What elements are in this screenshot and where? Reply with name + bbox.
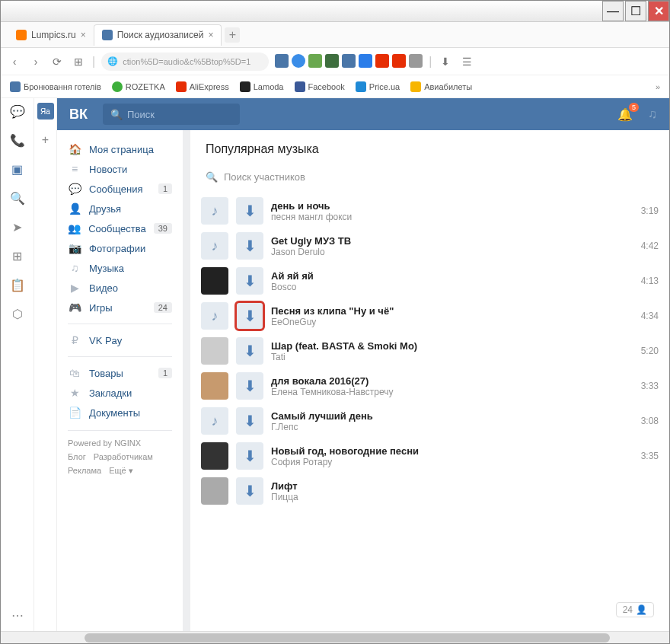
ext-icon[interactable] xyxy=(359,54,372,68)
participant-search[interactable]: 🔍 Поиск участников xyxy=(201,167,659,187)
browser-tab[interactable]: Lumpics.ru × xyxy=(8,24,94,46)
ext-icon[interactable] xyxy=(292,54,305,68)
nav-label: Музыка xyxy=(89,263,124,274)
search-dock-icon[interactable]: 🔍 xyxy=(9,190,26,206)
bookmark-item[interactable]: Бронювання готелів xyxy=(10,81,101,92)
download-track-button[interactable]: ⬇ xyxy=(236,407,263,435)
footer-more-link[interactable]: Ещё ▾ xyxy=(109,466,133,476)
bookmark-overflow-icon[interactable]: » xyxy=(656,82,660,91)
page-content: ВК 🔍 Поиск 🔔5 ♫ 🏠Моя страница≡Новости💬Со… xyxy=(57,98,669,631)
speed-dial-icon[interactable]: ⊞ xyxy=(71,54,86,69)
ext-icon[interactable] xyxy=(375,54,389,68)
bookmark-item[interactable]: Авиабилеты xyxy=(410,81,472,92)
close-button[interactable]: ✕ xyxy=(648,1,669,21)
browser-tab[interactable]: Поиск аудиозаписей × xyxy=(94,24,222,46)
track-row[interactable]: ♪ ⬇ Get Ugly МУЗ ТВJason Derulo 4:42 xyxy=(190,228,669,263)
download-track-button[interactable]: ⬇ xyxy=(236,477,263,505)
ext-icon[interactable] xyxy=(409,54,423,68)
footer-link[interactable]: Блог xyxy=(68,452,86,461)
horizontal-scrollbar[interactable] xyxy=(1,631,669,643)
browser-toolbar: ‹ › ⟳ ⊞ | 🌐 ction%5D=audio&c%5Btop%5D=1 … xyxy=(1,48,669,75)
nav-item[interactable]: 👥Сообщества39 xyxy=(57,218,183,238)
new-tab-button[interactable]: + xyxy=(225,27,240,43)
track-row[interactable]: ⬇ Ай яй яйBosco 4:13 xyxy=(190,263,669,298)
nav-label: Игры xyxy=(89,302,113,314)
track-row[interactable]: ⬇ Новый год, новогодние песниСофия Ротар… xyxy=(190,438,669,473)
cube-dock-icon[interactable]: ⬡ xyxy=(9,305,26,322)
music-player-icon[interactable]: ♫ xyxy=(648,107,657,121)
nav-item[interactable]: 📷Фотографии xyxy=(57,238,183,258)
online-counter-chip[interactable]: 24 👤 xyxy=(616,602,654,617)
nav-item[interactable]: 📄Документы xyxy=(57,403,183,422)
download-track-button[interactable]: ⬇ xyxy=(236,337,263,365)
nav-item[interactable]: 🎮Игры24 xyxy=(57,298,183,317)
messenger-icon[interactable]: 💬 xyxy=(9,103,26,120)
bookmark-item[interactable]: Facebook xyxy=(295,81,345,92)
download-track-button[interactable]: ⬇ xyxy=(236,232,263,260)
track-duration: 5:20 xyxy=(641,346,659,356)
ext-icon[interactable] xyxy=(325,54,339,68)
address-bar[interactable]: 🌐 ction%5D=audio&c%5Btop%5D=1 xyxy=(101,53,269,71)
minimize-button[interactable]: — xyxy=(602,1,624,21)
menu-icon[interactable]: ☰ xyxy=(459,54,474,69)
globe-icon: 🌐 xyxy=(107,56,118,66)
nav-item[interactable]: ▶Видео xyxy=(57,278,183,298)
translate-icon[interactable]: Яа xyxy=(37,103,54,120)
download-track-button[interactable]: ⬇ xyxy=(236,197,263,225)
track-duration: 4:13 xyxy=(641,276,659,286)
maximize-button[interactable]: ☐ xyxy=(625,1,646,21)
nav-item[interactable]: ≡Новости xyxy=(57,159,183,179)
nav-item[interactable]: ₽VK Pay xyxy=(57,330,183,350)
ext-icon[interactable] xyxy=(308,54,322,68)
track-row[interactable]: ⬇ ЛифтПицца xyxy=(190,473,669,509)
vk-logo[interactable]: ВК xyxy=(69,107,88,123)
clipboard-dock-icon[interactable]: 📋 xyxy=(9,276,26,293)
track-row[interactable]: ♪ ⬇ Самый лучший деньГ.Лепс 3:08 xyxy=(190,403,669,438)
download-track-button[interactable]: ⬇ xyxy=(236,372,263,400)
tab-label: Поиск аудиозаписей xyxy=(117,30,204,40)
more-dock-icon[interactable]: ⋯ xyxy=(9,607,26,623)
footer-link[interactable]: Разработчикам xyxy=(94,452,153,461)
ext-icon[interactable] xyxy=(392,54,406,68)
ext-icon[interactable] xyxy=(275,54,289,68)
download-track-button[interactable]: ⬇ xyxy=(236,302,263,330)
footer-link[interactable]: Реклама xyxy=(68,466,101,476)
download-track-button[interactable]: ⬇ xyxy=(236,442,263,470)
nav-item[interactable]: 🛍Товары1 xyxy=(57,363,183,383)
nav-item[interactable]: 🏠Моя страница xyxy=(57,139,183,159)
forward-icon[interactable]: › xyxy=(28,54,43,69)
whatsapp-icon[interactable]: 📞 xyxy=(9,132,26,148)
ext-icon[interactable] xyxy=(342,54,356,68)
nav-item[interactable]: ★Закладки xyxy=(57,383,183,403)
track-row[interactable]: ♪ ⬇ день и ночьпесня мангл фокси 3:19 xyxy=(190,193,669,228)
powered-text: Powered by NGINX xyxy=(68,438,172,448)
tab-close-icon[interactable]: × xyxy=(81,30,86,40)
bookmark-item[interactable]: Price.ua xyxy=(356,81,400,92)
nav-item[interactable]: 👤Друзья xyxy=(57,199,183,218)
track-thumb: ♪ xyxy=(201,407,228,435)
bookmark-item[interactable]: Lamoda xyxy=(240,81,284,92)
notifications-icon[interactable]: 🔔5 xyxy=(617,107,633,122)
nav-icon: 📄 xyxy=(68,406,81,419)
track-title: для вокала 2016(27) xyxy=(271,375,633,387)
track-row[interactable]: ♪ ⬇ Песня из клипа "Ну и чё"EeOneGuy 4:3… xyxy=(190,298,669,333)
browser-tabs: Lumpics.ru × Поиск аудиозаписей × + xyxy=(1,22,669,48)
tab-close-icon[interactable]: × xyxy=(208,30,213,40)
download-track-button[interactable]: ⬇ xyxy=(236,267,263,295)
download-icon[interactable]: ⬇ xyxy=(438,54,453,69)
vk-search-input[interactable]: 🔍 Поиск xyxy=(103,104,240,125)
bookmark-item[interactable]: ROZETKA xyxy=(112,81,165,92)
vk-dock-icon[interactable]: ▣ xyxy=(9,161,26,177)
grid-dock-icon[interactable]: ⊞ xyxy=(9,247,26,264)
nav-label: Товары xyxy=(89,368,123,379)
nav-item[interactable]: ♫Музыка xyxy=(57,258,183,278)
nav-item[interactable]: 💬Сообщения1 xyxy=(57,179,183,199)
track-row[interactable]: ⬇ Шар (feat. BASTA & Smoki Mo)Tati 5:20 xyxy=(190,333,669,368)
browser-sidebar: 💬 📞 ▣ 🔍 ➤ ⊞ 📋 ⬡ ⋯ xyxy=(1,98,34,631)
track-row[interactable]: ⬇ для вокала 2016(27)Елена Темникова-Нав… xyxy=(190,368,669,403)
add-panel-icon[interactable]: + xyxy=(37,132,54,148)
bookmark-item[interactable]: AliExpress xyxy=(176,81,229,92)
send-dock-icon[interactable]: ➤ xyxy=(9,218,26,235)
reload-icon[interactable]: ⟳ xyxy=(49,54,65,69)
back-icon[interactable]: ‹ xyxy=(7,54,22,69)
